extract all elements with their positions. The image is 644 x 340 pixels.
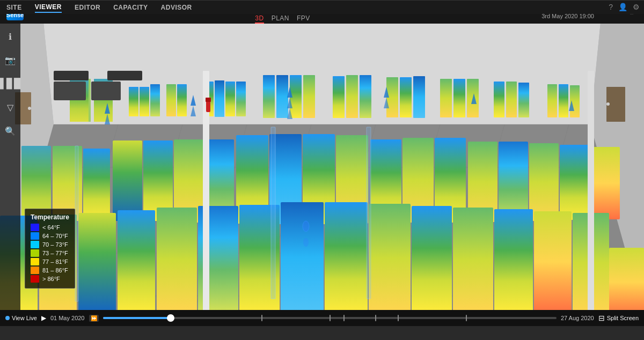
svg-rect-31 bbox=[215, 80, 224, 117]
timeline-marker bbox=[466, 315, 467, 321]
nav-capacity[interactable]: CAPACITY bbox=[113, 3, 148, 12]
sidebar-filter-btn[interactable]: ▽ bbox=[3, 100, 18, 115]
svg-rect-25 bbox=[129, 87, 138, 116]
scene-background: Temperature < 64°F 64 – 70°F 70 – 73°F 7… bbox=[0, 24, 644, 310]
svg-rect-56 bbox=[83, 149, 110, 221]
svg-rect-75 bbox=[78, 213, 116, 310]
svg-rect-88 bbox=[271, 127, 275, 299]
legend-row: > 86°F bbox=[31, 275, 69, 283]
legend-color bbox=[31, 258, 39, 265]
timeline-start-date: 01 May 2020 bbox=[50, 315, 85, 321]
timeline-marker bbox=[343, 315, 345, 321]
svg-rect-77 bbox=[157, 208, 197, 310]
legend-range: 70 – 73°F bbox=[42, 241, 68, 248]
svg-rect-117 bbox=[609, 248, 644, 310]
svg-rect-110 bbox=[54, 71, 89, 80]
legend-row: 64 – 70°F bbox=[31, 232, 69, 240]
svg-rect-33 bbox=[236, 82, 246, 116]
nav-viewer[interactable]: VIEWER bbox=[35, 2, 62, 13]
legend-color bbox=[31, 224, 39, 231]
svg-rect-90 bbox=[75, 146, 78, 301]
svg-rect-57 bbox=[113, 141, 142, 221]
legend-range: 64 – 70°F bbox=[42, 233, 68, 239]
legend-row: 73 – 77°F bbox=[31, 249, 69, 257]
viewport: Temperature < 64°F 64 – 70°F 70 – 73°F 7… bbox=[0, 24, 644, 310]
legend-rows: < 64°F 64 – 70°F 70 – 73°F 73 – 77°F 77 … bbox=[31, 224, 69, 283]
svg-rect-49 bbox=[518, 83, 529, 117]
legend-row: < 64°F bbox=[31, 224, 69, 231]
user-icon[interactable]: 👤 bbox=[618, 3, 627, 11]
svg-rect-84 bbox=[453, 208, 493, 310]
svg-rect-22 bbox=[89, 79, 91, 122]
svg-rect-44 bbox=[440, 79, 452, 117]
bottom-nav: SITE VIEWER EDITOR CAPACITY ADVISOR ? 👤 … bbox=[0, 0, 644, 14]
legend-row: 70 – 73°F bbox=[31, 241, 69, 248]
svg-rect-71 bbox=[560, 145, 589, 220]
sidebar-camera-btn[interactable]: 📷 bbox=[3, 53, 18, 68]
legend-color bbox=[31, 241, 39, 248]
svg-point-116 bbox=[28, 107, 31, 110]
nav-editor[interactable]: EDITOR bbox=[75, 3, 100, 12]
legend-range: 73 – 77°F bbox=[42, 250, 68, 256]
tab-plan[interactable]: PLAN bbox=[272, 14, 289, 24]
svg-rect-40 bbox=[360, 75, 371, 118]
svg-rect-106 bbox=[54, 82, 86, 100]
nav-site[interactable]: SITE bbox=[6, 3, 22, 12]
svg-rect-28 bbox=[166, 84, 176, 116]
svg-rect-89 bbox=[367, 127, 371, 299]
legend-color bbox=[31, 249, 39, 257]
svg-rect-34 bbox=[263, 75, 275, 118]
svg-rect-37 bbox=[303, 75, 315, 118]
settings-icon[interactable]: ⚙ bbox=[633, 3, 640, 11]
svg-rect-85 bbox=[494, 209, 533, 310]
temperature-legend: Temperature < 64°F 64 – 70°F 70 – 73°F 7… bbox=[25, 209, 75, 289]
svg-rect-81 bbox=[325, 202, 368, 310]
split-screen-button[interactable]: ⊟ Split Screen bbox=[598, 314, 639, 322]
sidebar-charts-btn[interactable]: ▋▊▉ bbox=[3, 76, 18, 91]
speed-indicator[interactable]: ⏩ bbox=[89, 315, 99, 322]
svg-rect-29 bbox=[177, 84, 187, 116]
svg-rect-76 bbox=[118, 210, 155, 310]
tab-3d[interactable]: 3D bbox=[255, 14, 264, 24]
svg-rect-108 bbox=[206, 100, 210, 112]
sidebar-search-btn[interactable]: 🔍 bbox=[3, 123, 18, 138]
scene-svg bbox=[0, 24, 644, 310]
svg-rect-80 bbox=[281, 202, 324, 310]
view-live-label: View Live bbox=[12, 315, 37, 321]
legend-range: > 86°F bbox=[42, 276, 60, 282]
timeline-marker bbox=[398, 315, 399, 321]
svg-rect-82 bbox=[369, 204, 411, 310]
timeline-track[interactable] bbox=[103, 317, 557, 319]
svg-rect-83 bbox=[412, 206, 452, 310]
legend-title: Temperature bbox=[31, 213, 69, 221]
svg-rect-42 bbox=[400, 77, 412, 117]
legend-range: 77 – 81°F bbox=[42, 258, 68, 265]
timeline-bar: View Live ▶ 01 May 2020 ⏩ 27 Aug 2020 ⊟ … bbox=[0, 310, 644, 326]
timeline-marker bbox=[261, 315, 262, 321]
timeline-thumb[interactable] bbox=[167, 314, 174, 322]
play-button[interactable]: ▶ bbox=[41, 314, 46, 322]
svg-rect-50 bbox=[547, 84, 557, 117]
svg-rect-51 bbox=[559, 84, 568, 117]
svg-rect-47 bbox=[494, 82, 504, 117]
svg-rect-45 bbox=[453, 79, 465, 117]
svg-rect-105 bbox=[588, 71, 594, 310]
svg-rect-43 bbox=[413, 76, 425, 118]
svg-rect-39 bbox=[346, 75, 358, 118]
timeline-end-date: 27 Aug 2020 bbox=[561, 315, 594, 321]
nav-advisor[interactable]: ADVISOR bbox=[161, 3, 192, 12]
split-screen-icon: ⊟ bbox=[598, 314, 605, 322]
legend-row: 77 – 81°F bbox=[31, 258, 69, 265]
split-screen-label: Split Screen bbox=[607, 315, 639, 321]
svg-point-102 bbox=[303, 221, 309, 232]
tab-fpv[interactable]: FPV bbox=[297, 14, 310, 24]
help-icon[interactable]: ? bbox=[609, 3, 613, 11]
legend-range: < 64°F bbox=[42, 224, 60, 231]
svg-rect-48 bbox=[506, 82, 517, 117]
timeline-marker bbox=[375, 315, 376, 321]
view-live-button[interactable]: View Live bbox=[5, 315, 37, 321]
svg-point-114 bbox=[606, 102, 610, 106]
svg-rect-109 bbox=[206, 98, 211, 102]
svg-rect-35 bbox=[276, 75, 288, 118]
sidebar-info-btn[interactable]: ℹ bbox=[3, 29, 18, 44]
